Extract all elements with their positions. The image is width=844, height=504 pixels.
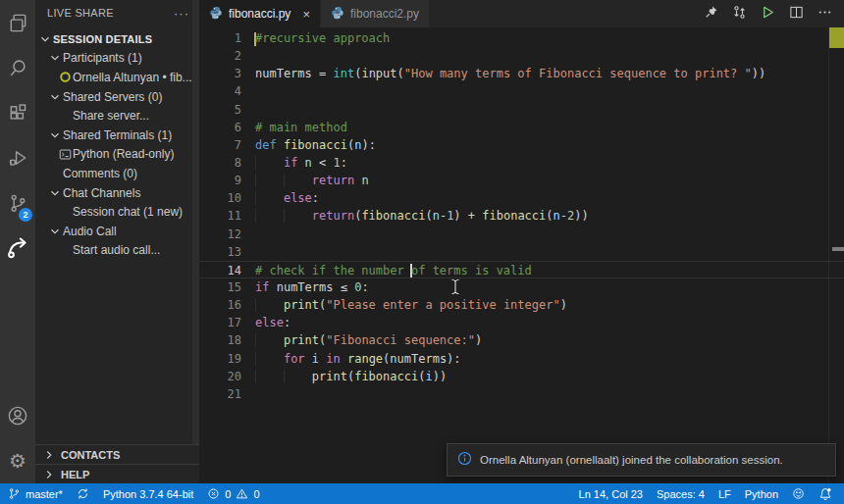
line-number[interactable]: 10: [199, 189, 255, 207]
tree-item-audio-call[interactable]: Audio Call: [35, 222, 199, 241]
code-line-1[interactable]: 1#recursive approach: [199, 29, 844, 47]
line-number[interactable]: 15: [199, 278, 255, 296]
code-line-14[interactable]: 14# check if the number of terms is vali…: [199, 261, 844, 278]
code-line-21[interactable]: 21: [199, 385, 844, 403]
tree-item-shared-servers-0[interactable]: Shared Servers (0): [35, 87, 199, 107]
run-python-file-button[interactable]: [761, 5, 775, 24]
code-line-3[interactable]: 3numTerms = int(input("How many terms of…: [199, 65, 844, 82]
follow-participant-button[interactable]: [732, 5, 747, 24]
tree-item-ornella-altunyan-fib[interactable]: Ornella Altunyan • fib...: [35, 68, 199, 87]
feedback[interactable]: [792, 483, 805, 504]
explorer-button[interactable]: [0, 0, 35, 45]
tab-label: fibonacci.py: [229, 7, 290, 21]
code-text: numTerms = int(input("How many terms of …: [255, 65, 765, 82]
tree-item-session-chat-1-new[interactable]: Session chat (1 new): [35, 202, 199, 222]
code-line-19[interactable]: 19 for i in range(numTerms):: [199, 350, 844, 368]
line-number[interactable]: 7: [199, 136, 255, 154]
sync-icon: [77, 487, 89, 500]
split-icon: [789, 5, 804, 24]
code-line-11[interactable]: 11 return(fibonacci(n-1) + fibonacci(n-2…: [199, 207, 844, 225]
chevron-down-icon: [47, 51, 63, 65]
search-button[interactable]: [0, 45, 35, 90]
code-editor[interactable]: 1#recursive approach23numTerms = int(inp…: [199, 27, 844, 483]
code-line-15[interactable]: 15if numTerms ≤ 0:: [199, 278, 844, 296]
code-text: #recursive approach: [255, 29, 390, 47]
sidebar-more-actions-button[interactable]: ···: [174, 7, 189, 20]
settings-button[interactable]: ⚙: [0, 438, 35, 483]
line-number[interactable]: 17: [199, 314, 255, 331]
code-line-17[interactable]: 17else:: [199, 314, 844, 331]
notification-toast[interactable]: Ornella Altunyan (ornellaalt) joined the…: [447, 443, 836, 477]
code-text: if numTerms ≤ 0:: [255, 278, 369, 296]
code-line-18[interactable]: 18 print("Fibonacci sequence:"): [199, 331, 844, 349]
tab-fibonacci-py[interactable]: fibonacci.py×: [199, 0, 321, 27]
code-line-12[interactable]: 12: [199, 226, 844, 243]
language-mode[interactable]: Python: [745, 483, 778, 504]
line-number[interactable]: 20: [199, 368, 255, 385]
run-debug-button[interactable]: [0, 135, 35, 180]
cursor-position[interactable]: Ln 14, Col 23: [579, 483, 643, 504]
line-number[interactable]: 19: [199, 350, 255, 368]
line-number[interactable]: 12: [199, 226, 255, 243]
problems[interactable]: 00: [207, 483, 259, 504]
more-actions-button[interactable]: [818, 5, 832, 24]
code-line-13[interactable]: 13: [199, 243, 844, 261]
extensions-button[interactable]: [0, 90, 35, 135]
contacts-section-header[interactable]: CONTACTS: [35, 444, 199, 464]
files-icon: [7, 12, 29, 34]
split-editor-button[interactable]: [789, 5, 804, 24]
code-line-20[interactable]: 20 print(fibonacci(i)): [199, 368, 844, 385]
pin-editor-button[interactable]: [705, 5, 718, 23]
line-number[interactable]: 6: [199, 119, 255, 136]
help-label: HELP: [61, 469, 89, 480]
live-share-sidebar: LIVE SHARE ··· SESSION DETAILSParticipan…: [35, 0, 199, 483]
account-button[interactable]: [0, 393, 35, 438]
line-number[interactable]: 16: [199, 296, 255, 314]
sync-changes[interactable]: [77, 483, 89, 504]
line-number[interactable]: 8: [199, 154, 255, 172]
live-share-button[interactable]: [0, 226, 35, 271]
source-control-button[interactable]: 2: [0, 180, 35, 226]
code-line-10[interactable]: 10 else:: [199, 189, 844, 207]
notifications-bell[interactable]: [818, 483, 832, 504]
tree-item-share-server[interactable]: Share server...: [35, 106, 199, 126]
help-section-header[interactable]: HELP: [35, 464, 199, 483]
line-number[interactable]: 2: [199, 47, 255, 65]
python-interpreter[interactable]: Python 3.7.4 64-bit: [103, 483, 193, 504]
eol-sequence[interactable]: LF: [718, 483, 731, 504]
code-line-7[interactable]: 7def fibonacci(n):: [199, 136, 844, 154]
indentation[interactable]: Spaces: 4: [657, 483, 705, 504]
line-number[interactable]: 1: [199, 29, 255, 47]
tree-item-comments-0[interactable]: Comments (0): [35, 164, 199, 183]
close-tab-button[interactable]: ×: [302, 8, 310, 21]
tree-item-python-read-only[interactable]: Python (Read-only): [35, 145, 199, 165]
tree-item-start-audio-call[interactable]: Start audio call...: [35, 241, 199, 261]
code-line-4[interactable]: 4: [199, 82, 844, 100]
sidebar-scrollbar[interactable]: [192, 0, 199, 447]
line-number[interactable]: 14: [199, 262, 255, 277]
code-line-9[interactable]: 9 return n: [199, 172, 844, 189]
code-line-6[interactable]: 6# main method: [199, 119, 844, 136]
language-mode-label: Python: [745, 488, 778, 500]
line-number[interactable]: 4: [199, 82, 255, 100]
line-number[interactable]: 13: [199, 243, 255, 261]
code-line-2[interactable]: 2: [199, 47, 844, 65]
overview-ruler[interactable]: [828, 27, 844, 483]
line-number[interactable]: 11: [199, 207, 255, 225]
tree-item-session-details[interactable]: SESSION DETAILS: [35, 29, 199, 49]
tab-fibonacci2-py[interactable]: fibonacci2.py: [321, 0, 430, 27]
line-number[interactable]: 21: [199, 385, 255, 403]
tree-item-shared-terminals-1[interactable]: Shared Terminals (1): [35, 126, 199, 145]
sidebar-bottom-sections: CONTACTS HELP: [35, 444, 199, 483]
line-number[interactable]: 5: [199, 101, 255, 119]
git-branch[interactable]: master*: [8, 483, 63, 504]
tree-item-participants-1[interactable]: Participants (1): [35, 49, 199, 69]
line-number[interactable]: 9: [199, 172, 255, 189]
line-number[interactable]: 18: [199, 331, 255, 349]
code-line-16[interactable]: 16 print("Please enter a positive intege…: [199, 296, 844, 314]
tree-item-chat-channels[interactable]: Chat Channels: [35, 183, 199, 203]
status-bar: master*Python 3.7.4 64-bit00 Ln 14, Col …: [0, 483, 844, 504]
line-number[interactable]: 3: [199, 65, 255, 82]
code-line-5[interactable]: 5: [199, 101, 844, 119]
code-line-8[interactable]: 8 if n < 1:: [199, 154, 844, 172]
